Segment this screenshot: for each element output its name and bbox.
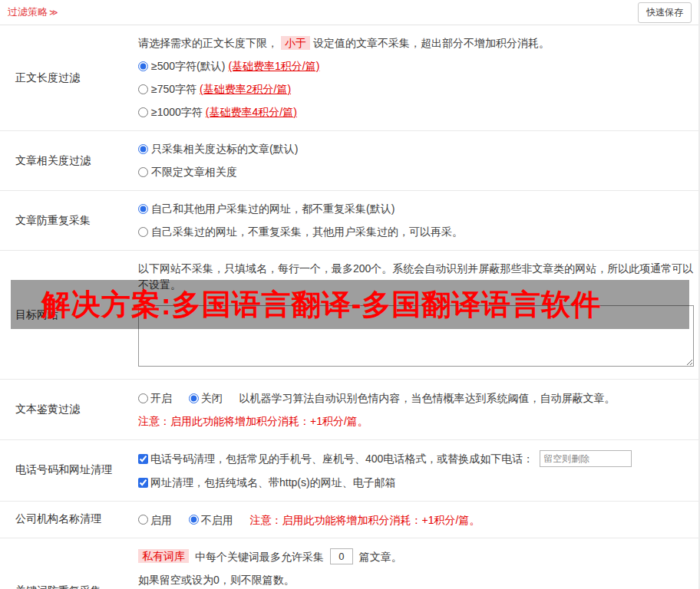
row-dedup-filter: 文章防重复采集 自己和其他用户采集过的网址，都不重复采集(默认) 自己采集过的网… [0, 191, 698, 251]
relevance-option-any-radio[interactable] [138, 167, 148, 177]
page-title-text: 过滤策略 [8, 6, 48, 18]
row-content-porn-filter: 开启 关闭 以机器学习算法自动识别色情内容，当色情概率达到系统阈值，自动屏蔽文章… [138, 380, 698, 439]
watermark-overlay-banner: 解决方案:多国语言翻译-多国翻译语言软件 [11, 280, 689, 329]
company-option-off-label: 不启用 [201, 513, 233, 525]
page-header: 过滤策略≫ 快速保存 [0, 0, 698, 25]
porn-filter-warning: 注意：启用此功能将增加积分消耗：+1积分/篇。 [138, 413, 688, 429]
relevance-option-strict[interactable]: 只采集相关度达标的文章(默认) [138, 141, 688, 157]
row-relevance-filter: 文章相关度过滤 只采集相关度达标的文章(默认) 不限定文章相关度 [0, 131, 698, 191]
url-clean-label: 网址清理，包括纯域名、带http(s)的网址、电子邮箱 [150, 476, 396, 489]
row-content-phone-url-clean: 电话号码清理，包括常见的手机号、座机号、400电话格式，或替换成如下电话： 网址… [138, 440, 698, 501]
phone-clean-option[interactable]: 电话号码清理，包括常见的手机号、座机号、400电话格式，或替换成如下电话： [138, 452, 537, 464]
porn-option-on-label: 开启 [150, 392, 172, 404]
company-clean-warning: 注意：启用此功能将增加积分消耗：+1积分/篇。 [250, 513, 480, 525]
dedup-option-global[interactable]: 自己和其他用户采集过的网址，都不重复采集(默认) [138, 201, 688, 217]
length-option-1000-rate-note: (基础费率4积分/篇) [206, 104, 297, 120]
porn-option-on[interactable]: 开启 [138, 391, 175, 403]
row-label-length-filter: 正文长度过滤 [0, 25, 138, 130]
filter-strategy-page: 过滤策略≫ 快速保存 正文长度过滤 请选择需求的正文长度下限，小于设定值的文章不… [0, 0, 700, 589]
row-content-length-filter: 请选择需求的正文长度下限，小于设定值的文章不采集，超出部分不增加积分消耗。 ≥5… [138, 25, 698, 130]
length-option-1000-label: ≥1000字符 [151, 104, 203, 120]
porn-option-off-radio[interactable] [189, 393, 199, 403]
length-filter-intro: 请选择需求的正文长度下限，小于设定值的文章不采集，超出部分不增加积分消耗。 [138, 35, 688, 51]
row-target-site: 目标网站 以下网站不采集，只填域名，每行一个，最多200个。系统会自动识别并屏蔽… [0, 251, 698, 380]
dedup-option-global-radio[interactable] [138, 204, 148, 214]
porn-filter-options: 开启 关闭 以机器学习算法自动识别色情内容，当色情概率达到系统阈值，自动屏蔽文章… [138, 390, 688, 406]
keyword-limit-line: 私有词库 中每个关键词最多允许采集 篇文章。 [138, 548, 688, 565]
keyword-count-input[interactable] [330, 548, 353, 564]
relevance-option-strict-radio[interactable] [138, 144, 148, 154]
porn-option-off[interactable]: 关闭 [189, 391, 226, 403]
watermark-overlay-text: 解决方案:多国语言翻译-多国翻译语言软件 [41, 285, 601, 324]
row-label-keyword-dedup: 关键词防重复采集 [0, 538, 138, 589]
dedup-option-self-label: 自己采集过的网址，不重复采集，其他用户采集过的，可以再采。 [151, 224, 463, 240]
company-option-on-label: 启用 [150, 513, 172, 525]
length-option-750-label: ≥750字符 [151, 81, 196, 97]
quick-save-button[interactable]: 快速保存 [638, 2, 692, 23]
row-content-relevance-filter: 只采集相关度达标的文章(默认) 不限定文章相关度 [138, 131, 698, 190]
private-lexicon-link[interactable]: 私有词库 [138, 549, 189, 563]
row-label-porn-filter: 文本鉴黄过滤 [0, 380, 138, 439]
row-company-clean: 公司机构名称清理 启用 不启用 注意：启用此功能将增加积分消耗：+1积分/篇。 [0, 502, 698, 539]
chevron-double-icon: ≫ [49, 8, 58, 17]
url-clean-checkbox[interactable] [138, 478, 148, 488]
length-option-750-rate-note: (基础费率2积分/篇) [200, 81, 291, 97]
length-option-500-radio[interactable] [138, 61, 148, 71]
url-clean-line: 网址清理，包括纯域名、带http(s)的网址、电子邮箱 [138, 474, 688, 491]
relevance-option-any-label: 不限定文章相关度 [151, 164, 237, 180]
porn-option-off-label: 关闭 [201, 392, 223, 404]
row-label-phone-url-clean: 电话号码和网址清理 [0, 440, 138, 501]
url-clean-option[interactable]: 网址清理，包括纯域名、带http(s)的网址、电子邮箱 [138, 475, 396, 488]
company-option-off[interactable]: 不启用 [189, 513, 236, 525]
dedup-option-global-label: 自己和其他用户采集过的网址，都不重复采集(默认) [151, 201, 395, 217]
company-option-on[interactable]: 启用 [138, 513, 175, 525]
page-title[interactable]: 过滤策略≫ [8, 5, 58, 19]
phone-clean-label: 电话号码清理，包括常见的手机号、座机号、400电话格式，或替换成如下电话： [150, 452, 533, 465]
row-keyword-dedup: 关键词防重复采集 私有词库 中每个关键词最多允许采集 篇文章。 如果留空或设为0… [0, 538, 698, 589]
dedup-option-self-radio[interactable] [138, 227, 148, 237]
length-option-750[interactable]: ≥750字符 (基础费率2积分/篇) [138, 81, 688, 97]
relevance-option-any[interactable]: 不限定文章相关度 [138, 164, 688, 180]
porn-filter-desc: 以机器学习算法自动识别色情内容，当色情概率达到系统阈值，自动屏蔽文章。 [239, 392, 616, 404]
relevance-option-strict-label: 只采集相关度达标的文章(默认) [151, 141, 298, 157]
row-content-keyword-dedup: 私有词库 中每个关键词最多允许采集 篇文章。 如果留空或设为0，则不限篇数。 如… [138, 538, 698, 589]
intro-after: 设定值的文章不采集，超出部分不增加积分消耗。 [313, 37, 550, 49]
row-label-company-clean: 公司机构名称清理 [0, 502, 138, 538]
row-label-dedup-filter: 文章防重复采集 [0, 191, 138, 250]
intro-before: 请选择需求的正文长度下限， [138, 37, 278, 49]
row-content-company-clean: 启用 不启用 注意：启用此功能将增加积分消耗：+1积分/篇。 [138, 502, 698, 538]
row-label-relevance-filter: 文章相关度过滤 [0, 131, 138, 190]
length-option-1000[interactable]: ≥1000字符 (基础费率4积分/篇) [138, 104, 688, 120]
row-porn-filter: 文本鉴黄过滤 开启 关闭 以机器学习算法自动识别色情内容，当色情概率达到系统阈值… [0, 380, 698, 440]
length-option-500-rate-note: (基础费率1积分/篇) [228, 58, 319, 74]
length-option-500-label: ≥500字符(默认) [151, 58, 225, 74]
keyword-note-zero: 如果留空或设为0，则不限篇数。 [138, 572, 688, 588]
length-option-500[interactable]: ≥500字符(默认) (基础费率1积分/篇) [138, 58, 688, 74]
row-phone-url-clean: 电话号码和网址清理 电话号码清理，包括常见的手机号、座机号、400电话格式，或替… [0, 440, 698, 502]
keyword-limit-text: 中每个关键词最多允许采集 [195, 551, 324, 563]
length-option-1000-radio[interactable] [138, 107, 148, 117]
less-than-highlight: 小于 [281, 36, 310, 50]
company-option-on-radio[interactable] [138, 515, 148, 525]
phone-replacement-input[interactable] [540, 450, 632, 467]
length-option-750-radio[interactable] [138, 84, 148, 94]
row-content-dedup-filter: 自己和其他用户采集过的网址，都不重复采集(默认) 自己采集过的网址，不重复采集，… [138, 191, 698, 250]
keyword-limit-text-end: 篇文章。 [359, 551, 402, 563]
company-option-off-radio[interactable] [189, 515, 199, 525]
porn-option-on-radio[interactable] [138, 393, 148, 403]
phone-clean-checkbox[interactable] [138, 454, 148, 464]
company-clean-options: 启用 不启用 注意：启用此功能将增加积分消耗：+1积分/篇。 [138, 512, 688, 528]
phone-clean-line: 电话号码清理，包括常见的手机号、座机号、400电话格式，或替换成如下电话： [138, 450, 688, 467]
dedup-option-self[interactable]: 自己采集过的网址，不重复采集，其他用户采集过的，可以再采。 [138, 224, 688, 240]
row-length-filter: 正文长度过滤 请选择需求的正文长度下限，小于设定值的文章不采集，超出部分不增加积… [0, 25, 698, 131]
